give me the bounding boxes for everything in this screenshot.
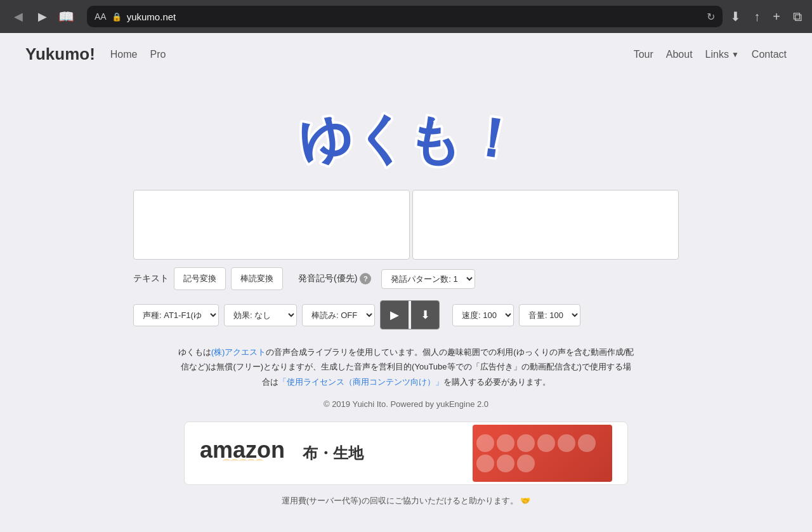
kigou-button[interactable]: 記号変換 [174, 267, 226, 290]
play-button[interactable]: ▶ [381, 301, 409, 329]
speed-select[interactable]: 速度: 100 速度: 50 速度: 150 [452, 304, 514, 326]
bookmarks-icon[interactable]: 📖 [58, 9, 74, 24]
svg-text:ゆ: ゆ [298, 106, 357, 173]
site-logo: Yukumo! [25, 44, 95, 64]
support-text: 運用費(サーバー代等)の回収にご協力いただけると助かります。 🤝 [133, 490, 679, 512]
refresh-icon[interactable]: ↻ [707, 11, 715, 23]
browser-actions: ⬇ ↑ + ⧉ [730, 9, 802, 24]
aa-label[interactable]: AA [95, 11, 107, 22]
text-label: テキスト [133, 273, 169, 284]
tabs-icon[interactable]: ⧉ [793, 10, 802, 24]
lock-icon: 🔒 [112, 12, 122, 22]
boubou-button[interactable]: 棒読変換 [231, 267, 283, 290]
ad-image [473, 425, 612, 482]
notice-text3: を購入する必要があります。 [443, 377, 551, 387]
nav-links-label: Links [705, 49, 729, 60]
svg-text:く: く [354, 109, 409, 168]
website: Yukumo! Home Pro Tour About Links ▼ Cont… [0, 33, 812, 532]
new-tab-icon[interactable]: + [773, 10, 780, 24]
effect-select[interactable]: 効果: なし 効果: エコー [224, 304, 297, 326]
nav-links-dropdown[interactable]: Links ▼ [705, 49, 739, 60]
ad-text: 布・生地 [303, 443, 460, 463]
phonetic-display [412, 190, 679, 260]
url-text: yukumo.net [127, 11, 176, 22]
help-icon[interactable]: ? [360, 273, 371, 284]
volume-select[interactable]: 音量: 100 音量: 50 音量: 150 [519, 304, 580, 326]
svg-text:！: ！ [462, 105, 514, 172]
svg-text:も: も [407, 110, 462, 170]
pattern-select[interactable]: 発話パターン数: 1 発話パターン数: 2 発話パターン数: 3 [381, 269, 475, 289]
dropdown-arrow-icon: ▼ [731, 50, 739, 59]
notice: ゆくもは(株)アクエストの音声合成ライブラリを使用しています。個人の趣味範囲での… [178, 345, 634, 389]
phonetic-label-text: 発音記号(優先) [298, 273, 357, 284]
nav-links: Home Pro [110, 49, 166, 60]
back-button[interactable]: ◀ [10, 8, 27, 25]
controls-row-1: テキスト 記号変換 棒読変換 発音記号(優先) ? 発話パターン数: 1 発話パ… [133, 267, 679, 290]
phonetic-label: 発音記号(優先) ? [298, 273, 371, 284]
share-icon[interactable]: ↑ [754, 10, 760, 24]
nav-tour[interactable]: Tour [634, 49, 653, 60]
url-bar[interactable]: AA 🔒 yukumo.net ↻ [87, 6, 723, 27]
nav-pro[interactable]: Pro [150, 49, 166, 60]
ad-banner[interactable]: amazon ⌒⌒⌒⌒⌒ 布・生地 [184, 422, 628, 485]
hero-logo-area: .logo-char { font-family: 'Arial Black',… [0, 76, 812, 190]
play-icon: ▶ [390, 308, 399, 322]
textarea-row [133, 190, 679, 260]
forward-button[interactable]: ▶ [34, 8, 51, 25]
download-button[interactable]: ⬇ [411, 301, 439, 329]
yukumo-logo: .logo-char { font-family: 'Arial Black',… [298, 95, 514, 177]
amazon-logo: amazon ⌒⌒⌒⌒⌒ [200, 437, 285, 470]
notice-link1[interactable]: (株)アクエスト [211, 347, 266, 357]
notice-text1: ゆくもは [178, 347, 211, 357]
main-content: テキスト 記号変換 棒読変換 発音記号(優先) ? 発話パターン数: 1 発話パ… [121, 190, 691, 524]
copyright: © 2019 Yuichi Ito. Powered by yukEngine … [133, 399, 679, 409]
nav-contact[interactable]: Contact [752, 49, 787, 60]
browser-chrome: ◀ ▶ 📖 AA 🔒 yukumo.net ↻ ⬇ ↑ + ⧉ [0, 0, 812, 33]
download-icon[interactable]: ⬇ [730, 9, 741, 24]
nav-home[interactable]: Home [110, 49, 138, 60]
bouyomi-select[interactable]: 棒読み: OFF 棒読み: ON [302, 304, 375, 326]
play-download-group: ▶ ⬇ [380, 300, 440, 329]
download-icon: ⬇ [421, 308, 430, 322]
ad-circles [473, 430, 612, 476]
voice-row: 声種: AT1-F1(ゆ 声種: AT1-M1 効果: なし 効果: エコー 棒… [133, 300, 679, 329]
text-input[interactable] [133, 190, 410, 260]
site-nav: Yukumo! Home Pro Tour About Links ▼ Cont… [0, 33, 812, 76]
notice-link2[interactable]: 「使用ライセンス（商用コンテンツ向け）」 [278, 377, 443, 387]
voice-select[interactable]: 声種: AT1-F1(ゆ 声種: AT1-M1 [133, 304, 219, 326]
speed-volume-group: 速度: 100 速度: 50 速度: 150 音量: 100 音量: 50 音量… [452, 304, 580, 326]
nav-about[interactable]: About [666, 49, 693, 60]
nav-right: Tour About Links ▼ Contact [634, 49, 787, 60]
